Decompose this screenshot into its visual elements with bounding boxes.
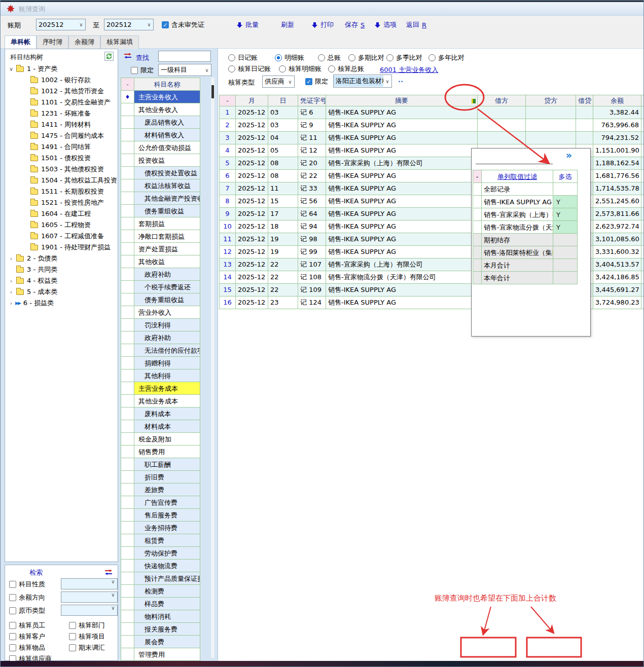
account-list-item[interactable]: ♦主营业务收入 — [121, 91, 200, 103]
period-from-select[interactable]: 202512 ∨ — [36, 19, 86, 30]
print-button[interactable]: 打印 — [311, 20, 334, 29]
collapse-icon[interactable]: ∨ — [8, 66, 14, 72]
column-header-贷方[interactable]: 贷方 — [526, 95, 576, 106]
column-header--[interactable]: - — [219, 95, 236, 106]
account-list-item[interactable]: 折旧费 — [121, 471, 200, 484]
account-list-item[interactable]: 营业外收入 — [121, 306, 200, 319]
account-list-item[interactable]: 政府补助 — [121, 331, 200, 344]
account-list-item[interactable]: 样品费 — [121, 598, 200, 610]
tree-item[interactable]: 1521 - 投资性房地产 — [5, 197, 118, 208]
tree-item[interactable]: 1501 - 债权投资 — [5, 153, 118, 164]
account-list-item[interactable]: 其他业务成本 — [121, 395, 200, 407]
tree-item[interactable]: ›2 - 负债类 — [5, 253, 118, 264]
popup-empty-cell[interactable] — [553, 234, 578, 246]
account-list-item[interactable]: 快递物流费 — [121, 560, 200, 572]
checkbox-核算部门[interactable]: 核算部门 — [69, 621, 105, 630]
select-原币类型[interactable]: ∨ — [61, 605, 118, 616]
select-余额方向[interactable]: ∨ — [61, 591, 118, 603]
account-list-item[interactable]: 罚没利得 — [121, 319, 200, 331]
tree-item[interactable]: 1607 - 工程减值准备 — [5, 231, 118, 242]
popup-empty-cell[interactable] — [553, 272, 578, 284]
table-row[interactable]: 22025-1203记 9销售-IKEA SUPPLY AG763,996.68… — [219, 119, 644, 132]
batch-button[interactable]: 批量 — [236, 20, 259, 29]
account-list-item[interactable]: 广告宣传费 — [121, 496, 200, 509]
select-科目性质[interactable]: ∨ — [61, 578, 118, 589]
tree-item[interactable]: 1101 - 交易性金融资产 — [5, 97, 118, 108]
tab-单科帐[interactable]: 单科帐 — [5, 35, 37, 49]
popup-filter-row[interactable]: 本月合计 — [473, 259, 578, 272]
popup-filter-row[interactable]: 销售-IKEA SUPPLY AGY — [473, 196, 578, 208]
expand-icon[interactable]: › — [8, 255, 14, 262]
popup-filter-row[interactable]: 全部记录 — [473, 183, 578, 196]
tree-item[interactable]: ›4 - 权益类 — [5, 275, 118, 286]
tree-item[interactable]: 3 - 共同类 — [5, 264, 118, 275]
checkbox-核算客户[interactable]: 核算客户 — [9, 632, 45, 641]
tree-item[interactable]: 1511 - 长期股权投资 — [5, 186, 118, 197]
column-header-借贷[interactable]: 借贷 — [576, 95, 593, 106]
account-list-item[interactable]: 无法偿付的应付款项 — [121, 344, 200, 357]
account-list-item[interactable]: 公允价值变动损益 — [121, 141, 200, 154]
column-header-摘要[interactable]: 摘要 — [326, 95, 478, 106]
scrollbar-thumb[interactable] — [211, 85, 214, 98]
tree-item[interactable]: 1491 - 合同结算 — [5, 141, 118, 153]
popup-flag-cell[interactable]: Y — [553, 221, 578, 233]
account-list-item[interactable]: 主营业务成本 — [121, 382, 200, 395]
popup-flag-cell[interactable]: Y — [553, 196, 578, 208]
popup-header-title[interactable]: 单列取值过滤 — [482, 170, 553, 182]
tree-item[interactable]: 1012 - 其他货币资金 — [5, 86, 118, 97]
popup-empty-cell[interactable] — [553, 246, 578, 258]
account-list-item[interactable]: 其他利得 — [121, 369, 200, 382]
tree-item[interactable]: 1475 - 合同履约成本 — [5, 130, 118, 141]
account-list-item[interactable]: 其他金融资产投资收 — [121, 192, 200, 205]
account-list-item[interactable]: 净敞口套期损益 — [121, 230, 200, 243]
account-list-item[interactable]: 废品销售收入 — [121, 116, 200, 129]
account-list-item[interactable]: 物料消耗 — [121, 610, 200, 623]
save-button[interactable]: 保存S — [345, 20, 365, 29]
account-list-item[interactable]: 投资收益 — [121, 154, 200, 167]
refresh-button[interactable]: 刷新 — [281, 20, 294, 29]
expand-icon[interactable]: › — [8, 278, 14, 284]
account-list-item[interactable]: 职工薪酬 — [121, 458, 200, 471]
account-list-item[interactable]: 销售费用 — [121, 446, 200, 458]
list-scrollbar[interactable] — [211, 78, 214, 658]
back-button[interactable]: 返回R — [406, 20, 426, 29]
account-list-item[interactable]: 租赁费 — [121, 534, 200, 547]
checkbox-核算项目[interactable]: 核算项目 — [69, 632, 105, 641]
expand-icon[interactable]: › — [8, 300, 14, 307]
account-list-item[interactable]: 权益法核算收益 — [121, 179, 200, 192]
account-list-item[interactable]: 政府补助 — [121, 268, 200, 281]
swap-icon[interactable] — [124, 53, 132, 59]
tree-refresh-button[interactable] — [104, 52, 114, 61]
popup-empty-cell[interactable] — [553, 259, 578, 271]
swap-icon[interactable] — [104, 569, 113, 575]
expand-icon[interactable]: › — [8, 289, 14, 295]
tree-item[interactable]: 1231 - 坏账准备 — [5, 108, 118, 119]
tree-item[interactable]: 1605 - 工程物资 — [5, 219, 118, 231]
tree-item[interactable]: 1604 - 在建工程 — [5, 208, 118, 219]
account-list-item[interactable]: 材料成本 — [121, 420, 200, 433]
tree-item[interactable]: ∨1 - 资产类 — [5, 63, 118, 75]
tree-item[interactable]: ›5 - 成本类 — [5, 286, 118, 298]
checkbox-核算物品[interactable]: 核算物品 — [9, 643, 45, 652]
account-list-item[interactable]: 劳动保护费 — [121, 547, 200, 560]
popup-multi-select-label[interactable]: 多选 — [553, 170, 578, 182]
account-list-item[interactable]: 业务招待费 — [121, 522, 200, 534]
tree-item[interactable]: ›▶▶6 - 损益类 — [5, 298, 118, 309]
account-list-item[interactable]: 管理费用 — [121, 648, 200, 661]
account-list-item[interactable]: 债权投资处置收益 — [121, 167, 200, 179]
account-list-item[interactable]: 其他收益 — [121, 255, 200, 268]
include-unaudited-checkbox[interactable]: ✓ 含未审凭证 — [162, 20, 204, 29]
limit-checkbox[interactable]: 限定 — [131, 66, 154, 75]
column-header-日[interactable]: 日 — [268, 95, 298, 106]
account-list-item[interactable]: 资产处置损益 — [121, 243, 200, 255]
account-list-item[interactable]: 展会费 — [121, 636, 200, 648]
account-list-item[interactable]: 材料销售收入 — [121, 129, 200, 141]
account-list-item[interactable]: 个税手续费返还 — [121, 281, 200, 293]
tab-余额簿[interactable]: 余额簿 — [68, 35, 100, 49]
popup-filter-row[interactable]: 本年合计 — [473, 272, 578, 284]
popup-empty-cell[interactable] — [553, 183, 578, 195]
tab-序时簿[interactable]: 序时簿 — [37, 35, 68, 49]
account-list-item[interactable]: 售后服务费 — [121, 509, 200, 522]
tab-核算漏填[interactable]: 核算漏填 — [100, 35, 139, 49]
column-header-余额[interactable]: 余额 — [593, 95, 641, 106]
